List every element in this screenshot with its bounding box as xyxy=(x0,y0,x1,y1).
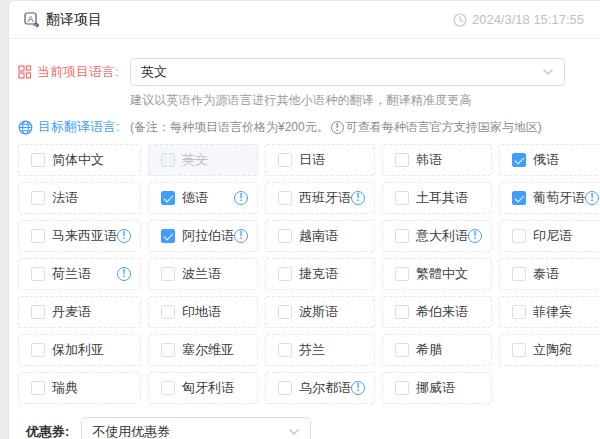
checkbox[interactable] xyxy=(278,305,292,319)
info-icon[interactable]: ! xyxy=(468,229,482,243)
language-cell[interactable]: 立陶宛 xyxy=(499,334,600,366)
timestamp-text: 2024/3/18 15:17:55 xyxy=(472,12,584,27)
language-cell[interactable]: 德语 ! xyxy=(148,182,258,214)
checkbox[interactable] xyxy=(161,381,175,395)
language-cell[interactable]: 俄语 xyxy=(499,144,600,176)
checkbox[interactable] xyxy=(395,267,409,281)
language-cell[interactable]: 西班牙语 ! xyxy=(265,182,375,214)
language-cell[interactable]: 马来西亚语 ! xyxy=(18,220,141,252)
coupon-row: 优惠券: 不使用优惠券 xyxy=(18,417,594,439)
source-language-hint: 建议以英语作为源语言进行其他小语种的翻译，翻译精准度更高 xyxy=(130,92,594,109)
checkbox[interactable] xyxy=(31,381,45,395)
checkbox[interactable] xyxy=(31,191,45,205)
info-icon[interactable]: ! xyxy=(117,267,131,281)
language-cell[interactable]: 土耳其语 xyxy=(382,182,492,214)
language-label: 塞尔维亚 xyxy=(182,341,234,359)
current-language-select[interactable]: 英文 xyxy=(130,58,565,86)
info-icon[interactable]: ! xyxy=(117,229,131,243)
checkbox[interactable] xyxy=(395,305,409,319)
checkbox[interactable] xyxy=(395,191,409,205)
language-cell[interactable]: 印地语 xyxy=(148,296,258,328)
language-cell[interactable]: 阿拉伯语 ! xyxy=(148,220,258,252)
coupon-select[interactable]: 不使用优惠券 xyxy=(81,417,311,439)
language-cell[interactable]: 越南语 xyxy=(265,220,375,252)
language-cell[interactable]: 捷克语 xyxy=(265,258,375,290)
coupon-label: 优惠券: xyxy=(26,423,69,439)
language-cell[interactable]: 简体中文 xyxy=(18,144,141,176)
current-language-label-wrap: 当前项目语言: xyxy=(18,63,130,81)
language-cell[interactable]: 日语 xyxy=(265,144,375,176)
language-cell[interactable]: 匈牙利语 xyxy=(148,372,258,404)
language-cell[interactable]: 荷兰语 ! xyxy=(18,258,141,290)
target-language-label-wrap: 目标翻译语言: xyxy=(18,118,130,136)
info-icon[interactable]: ! xyxy=(234,191,248,205)
checkbox[interactable] xyxy=(31,229,45,243)
checkbox[interactable] xyxy=(31,305,45,319)
language-cell[interactable]: 保加利亚 xyxy=(18,334,141,366)
language-cell[interactable]: 泰语 xyxy=(499,258,600,290)
checkbox[interactable] xyxy=(31,153,45,167)
language-cell[interactable]: 波斯语 xyxy=(265,296,375,328)
language-cell[interactable]: 印尼语 xyxy=(499,220,600,252)
info-icon[interactable]: ! xyxy=(234,229,248,243)
language-cell[interactable]: 乌尔都语 ! xyxy=(265,372,375,404)
language-cell[interactable]: 繁體中文 xyxy=(382,258,492,290)
checkbox[interactable] xyxy=(395,229,409,243)
chevron-down-icon xyxy=(288,428,300,436)
checkbox[interactable] xyxy=(278,229,292,243)
checkbox[interactable] xyxy=(161,153,175,167)
language-cell[interactable]: 芬兰 xyxy=(265,334,375,366)
checkbox[interactable] xyxy=(278,381,292,395)
language-label: 匈牙利语 xyxy=(182,379,234,397)
language-cell[interactable]: 葡萄牙语 ! xyxy=(499,182,600,214)
checkbox[interactable] xyxy=(395,381,409,395)
language-cell[interactable]: 意大利语 ! xyxy=(382,220,492,252)
current-language-value: 英文 xyxy=(141,63,167,81)
checkbox-checked[interactable] xyxy=(161,191,175,205)
target-language-label: 目标翻译语言: xyxy=(38,118,120,136)
language-cell[interactable]: 英文 xyxy=(148,144,258,176)
language-label: 挪威语 xyxy=(416,379,455,397)
language-cell[interactable]: 挪威语 xyxy=(382,372,492,404)
checkbox[interactable] xyxy=(161,267,175,281)
language-cell[interactable]: 丹麦语 xyxy=(18,296,141,328)
checkbox[interactable] xyxy=(278,153,292,167)
language-cell[interactable]: 韩语 xyxy=(382,144,492,176)
checkbox[interactable] xyxy=(31,343,45,357)
language-cell[interactable]: 波兰语 xyxy=(148,258,258,290)
info-icon[interactable]: ! xyxy=(351,381,365,395)
checkbox[interactable] xyxy=(395,153,409,167)
checkbox-checked[interactable] xyxy=(161,229,175,243)
language-label: 葡萄牙语 xyxy=(533,189,585,207)
language-label: 芬兰 xyxy=(299,341,325,359)
coupon-value: 不使用优惠券 xyxy=(92,423,170,439)
language-label: 日语 xyxy=(299,151,325,169)
language-cell[interactable]: 菲律宾 xyxy=(499,296,600,328)
language-cell[interactable]: 塞尔维亚 xyxy=(148,334,258,366)
language-label: 意大利语 xyxy=(416,227,468,245)
language-cell[interactable]: 希腊 xyxy=(382,334,492,366)
checkbox[interactable] xyxy=(161,305,175,319)
checkbox[interactable] xyxy=(512,229,526,243)
checkbox-checked[interactable] xyxy=(512,153,526,167)
language-label: 法语 xyxy=(52,189,78,207)
checkbox-checked[interactable] xyxy=(512,191,526,205)
clock-icon xyxy=(453,13,467,27)
language-cell[interactable]: 法语 xyxy=(18,182,141,214)
checkbox[interactable] xyxy=(512,305,526,319)
checkbox[interactable] xyxy=(395,343,409,357)
checkbox[interactable] xyxy=(161,343,175,357)
checkbox[interactable] xyxy=(512,343,526,357)
checkbox[interactable] xyxy=(278,267,292,281)
info-icon[interactable]: ! xyxy=(585,191,599,205)
language-cell[interactable]: 瑞典 xyxy=(18,372,141,404)
checkbox[interactable] xyxy=(31,267,45,281)
info-icon: ! xyxy=(331,121,344,134)
checkbox[interactable] xyxy=(278,343,292,357)
info-icon[interactable]: ! xyxy=(351,191,365,205)
language-cell[interactable]: 希伯来语 xyxy=(382,296,492,328)
checkbox[interactable] xyxy=(278,191,292,205)
language-label: 马来西亚语 xyxy=(52,227,117,245)
language-label: 西班牙语 xyxy=(299,189,351,207)
checkbox[interactable] xyxy=(512,267,526,281)
